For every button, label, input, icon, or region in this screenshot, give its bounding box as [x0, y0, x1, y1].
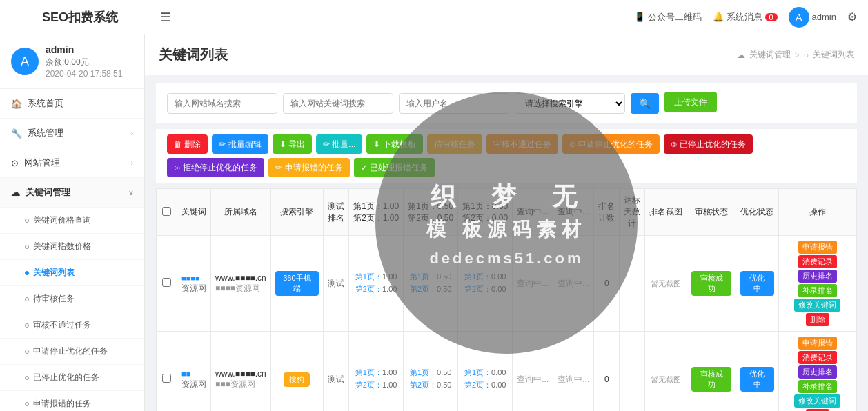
settings-icon[interactable]: ⚙ — [847, 10, 857, 23]
keyword-table-wrapper: 关键词 所属域名 搜索引擎 测试排名 第1页：1.00第2页：1.00 第1页：… — [156, 188, 857, 411]
error-processed-button[interactable]: ✓ 已处理报错任务 — [354, 158, 435, 177]
top-header: SEO扣费系统 ☰ 📱 公众号二维码 🔔 系统消息 0 A admin ⚙ — [0, 0, 868, 34]
user-name: admin — [46, 44, 122, 55]
search-button[interactable]: 🔍 — [631, 93, 659, 114]
domain-search-input[interactable] — [167, 93, 277, 114]
header-right: 📱 公众号二维码 🔔 系统消息 0 A admin ⚙ — [634, 7, 857, 28]
cell-ops-1: 申请报错 消费记录 历史排名 补录排名 修改关键词 删除 — [778, 236, 856, 332]
sidebar-item-home[interactable]: 🏠 系统首页 — [0, 89, 144, 119]
edit-keyword-btn-1[interactable]: 修改关键词 — [794, 299, 840, 312]
hist-rank-btn-2[interactable]: 历史排名 — [798, 365, 837, 379]
pending-task-button[interactable]: 待审核任务 — [427, 134, 482, 154]
sidebar-sub-error-request[interactable]: 申请报错的任务 — [0, 391, 144, 411]
hist-rank-btn-1[interactable]: 历史排名 — [798, 270, 837, 283]
system-icon: 🔧 — [11, 128, 22, 139]
sidebar-sub-stop-request[interactable]: 申请停止优化的任务 — [0, 339, 144, 365]
bell-icon: 🔔 — [713, 12, 724, 22]
apply-error-btn-1[interactable]: 申请报错 — [798, 241, 837, 254]
row-checkbox-1[interactable] — [162, 278, 171, 287]
cell-testrank-1: 测试 — [324, 236, 349, 332]
sidebar-website-label: 网站管理 — [24, 157, 60, 169]
dot-icon-7 — [25, 376, 29, 380]
dot-icon-6 — [25, 350, 29, 354]
wechat-icon: 📱 — [634, 12, 645, 22]
sidebar-sub-keyword-price[interactable]: 关键词价格查询 — [0, 208, 144, 234]
table-row: ■■■■资源网 www.■■■■.cn■■■■资源网 360手机端 测试 第1页… — [157, 236, 857, 332]
main-layout: A admin 余额:0.00元 2020-04-20 17:58:51 🏠 系… — [0, 34, 868, 411]
keyword-search-input[interactable] — [283, 93, 393, 114]
cell-q1-1: 查询中... — [513, 236, 553, 332]
refuse-stop-button[interactable]: ⊙ 拒绝停止优化的任务 — [167, 158, 264, 177]
engine-select[interactable]: 请选择搜索引擎 — [515, 93, 625, 114]
batch-button[interactable]: ✏ 批量... — [316, 134, 362, 154]
cloud-icon: ☁ — [11, 188, 20, 198]
cell-optimize-1: 优化中 — [736, 236, 778, 332]
sidebar-sub-rejected[interactable]: 审核不通过任务 — [0, 312, 144, 339]
delete-button[interactable]: 🗑 删除 — [167, 134, 208, 154]
cell-deduct-1: 第1页：0.50 第2页：0.50 — [404, 236, 458, 332]
notify-badge: 0 — [765, 13, 778, 21]
breadcrumb-cloud-icon: ☁ — [737, 50, 745, 60]
arrow-icon-2: › — [131, 159, 133, 167]
export-button[interactable]: ⬇ 导出 — [273, 134, 312, 154]
cell-keyword-2: ■■资源网 — [177, 332, 211, 412]
stopped-button[interactable]: ⊙ 已停止优化的任务 — [664, 134, 753, 154]
consume-record-btn-2[interactable]: 消费记录 — [798, 351, 837, 364]
consume-record-btn-1[interactable]: 消费记录 — [798, 255, 837, 268]
breadcrumb-current: 关键词列表 — [813, 49, 854, 61]
username-search-input[interactable] — [399, 93, 509, 114]
cell-days-2 — [620, 332, 645, 412]
col-keyword: 关键词 — [177, 189, 211, 236]
cell-keyword-1: ■■■■资源网 — [177, 236, 211, 332]
upload-button[interactable]: 上传文件 — [664, 92, 717, 112]
dot-icon — [25, 219, 29, 223]
content-area: 请选择搜索引擎 🔍 上传文件 🗑 删除 ✏ 批量编辑 ⬇ 导出 ✏ 批量... … — [145, 83, 868, 411]
cell-engine-2: 搜狗 — [270, 332, 323, 412]
cell-count-1: 0 — [594, 236, 620, 332]
cell-yest-1: 第1页：0.00 第2页：0.00 — [458, 236, 513, 332]
sidebar-system-label: 系统管理 — [28, 127, 63, 139]
notify-label: 系统消息 — [727, 11, 762, 23]
wechat-qr-button[interactable]: 📱 公众号二维码 — [634, 11, 702, 23]
cell-screenshot-2: 暂无截图 — [645, 332, 687, 412]
col-screenshot: 排名截图 — [645, 189, 687, 236]
sidebar-sub-keyword-index[interactable]: 关键词指数价格 — [0, 234, 144, 260]
col-rank: 第1页：1.00第2页：1.00 — [349, 189, 404, 236]
sidebar-sub-keyword-list[interactable]: 关键词列表 — [0, 260, 144, 286]
rejected-task-button[interactable]: 审核不通过任务 — [486, 134, 558, 154]
table-row: ■■资源网 www.■■■■.cn■■■资源网 搜狗 测试 第1页：1.00 第… — [157, 332, 857, 412]
wechat-label: 公众号二维码 — [648, 11, 702, 23]
supp-rank-btn-1[interactable]: 补录排名 — [798, 284, 837, 297]
dot-icon-8 — [25, 402, 29, 406]
col-yest: 第1页：0.00第2页：0.00 — [458, 189, 513, 236]
breadcrumb-sep: > — [795, 50, 800, 60]
supp-rank-btn-2[interactable]: 补录排名 — [798, 380, 837, 393]
notify-button[interactable]: 🔔 系统消息 0 — [713, 11, 778, 23]
admin-menu[interactable]: A admin — [789, 7, 836, 28]
apply-error-btn-2[interactable]: 申请报错 — [798, 337, 837, 350]
cell-q2-1: 查询中... — [553, 236, 594, 332]
col-ops: 操作 — [778, 189, 856, 236]
sidebar-sub-pending[interactable]: 待审核任务 — [0, 286, 144, 312]
cell-yest-2: 第1页：0.00 第2页：0.00 — [458, 332, 513, 412]
select-all-checkbox[interactable] — [162, 207, 171, 216]
sidebar-item-keyword-mgmt[interactable]: ☁ 关键词管理 ∨ — [0, 178, 144, 208]
sidebar-sub-stopped[interactable]: 已停止优化的任务 — [0, 365, 144, 391]
download-template-button[interactable]: ⬇ 下载模板 — [366, 134, 422, 154]
sidebar-item-system[interactable]: 🔧 系统管理 › — [0, 119, 144, 148]
page-title: 关键词列表 — [159, 46, 228, 64]
cell-domain-1: www.■■■■.cn■■■■资源网 — [211, 236, 271, 332]
batch-edit-button[interactable]: ✏ 批量编辑 — [212, 134, 268, 154]
keyword-table: 关键词 所属域名 搜索引擎 测试排名 第1页：1.00第2页：1.00 第1页：… — [156, 188, 857, 411]
sidebar-item-website[interactable]: ⊙ 网站管理 › — [0, 148, 144, 178]
dot-icon-2 — [25, 245, 29, 249]
row-checkbox-2[interactable] — [162, 374, 171, 383]
edit-keyword-btn-2[interactable]: 修改关键词 — [794, 394, 840, 408]
breadcrumb-circle-icon: ○ — [804, 50, 809, 60]
menu-toggle-icon[interactable]: ☰ — [160, 10, 171, 25]
error-request-button[interactable]: ✏ 申请报错的任务 — [268, 158, 349, 177]
delete-btn-1[interactable]: 删除 — [806, 313, 829, 326]
stop-request-button[interactable]: ⊙ 申请停止优化的任务 — [562, 134, 660, 154]
arrow-icon-3: ∨ — [128, 189, 133, 197]
col-optimize: 优化状态 — [736, 189, 778, 236]
